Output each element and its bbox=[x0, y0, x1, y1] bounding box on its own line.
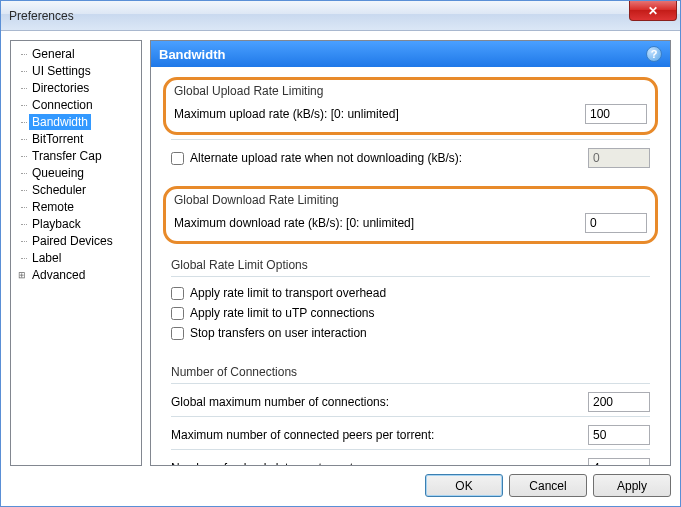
tree-item-label: Playback bbox=[29, 216, 84, 232]
tree-item-label: Scheduler bbox=[29, 182, 89, 198]
options-group: Global Rate Limit Options Apply rate lim… bbox=[163, 252, 658, 351]
tree-item-label: General bbox=[29, 46, 78, 62]
tree-expand-icon[interactable]: ⊞ bbox=[15, 270, 29, 280]
stop-label: Stop transfers on user interaction bbox=[190, 326, 367, 340]
max-upload-input[interactable] bbox=[585, 104, 647, 124]
tree-item-label: Label bbox=[29, 250, 64, 266]
global-connections-label: Global maximum number of connections: bbox=[171, 395, 588, 409]
overhead-label: Apply rate limit to transport overhead bbox=[190, 286, 386, 300]
download-group: Global Download Rate Limiting Maximum do… bbox=[163, 186, 658, 244]
utp-label: Apply rate limit to uTP connections bbox=[190, 306, 375, 320]
max-download-input[interactable] bbox=[585, 213, 647, 233]
options-group-title: Global Rate Limit Options bbox=[171, 258, 650, 272]
tree-item-general[interactable]: General bbox=[13, 45, 139, 62]
max-upload-label: Maximum upload rate (kB/s): [0: unlimite… bbox=[174, 107, 585, 121]
help-icon[interactable]: ? bbox=[646, 46, 662, 62]
close-icon: ✕ bbox=[648, 4, 658, 18]
close-button[interactable]: ✕ bbox=[629, 1, 677, 21]
apply-button[interactable]: Apply bbox=[593, 474, 671, 497]
connections-group: Number of Connections Global maximum num… bbox=[163, 359, 658, 465]
peers-input[interactable] bbox=[588, 425, 650, 445]
tree-item-remote[interactable]: Remote bbox=[13, 198, 139, 215]
overhead-checkbox[interactable] bbox=[171, 287, 184, 300]
alt-upload-checkbox[interactable] bbox=[171, 152, 184, 165]
window-title: Preferences bbox=[9, 9, 74, 23]
dialog-buttons: OK Cancel Apply bbox=[10, 466, 671, 497]
tree-item-label: UI Settings bbox=[29, 63, 94, 79]
tree-item-directories[interactable]: Directories bbox=[13, 79, 139, 96]
upload-group: Global Upload Rate Limiting Maximum uplo… bbox=[163, 77, 658, 135]
tree-item-bandwidth[interactable]: Bandwidth bbox=[13, 113, 139, 130]
ok-button[interactable]: OK bbox=[425, 474, 503, 497]
tree-item-advanced[interactable]: ⊞Advanced bbox=[13, 266, 139, 283]
tree-item-label: Bandwidth bbox=[29, 114, 91, 130]
category-tree[interactable]: GeneralUI SettingsDirectoriesConnectionB… bbox=[10, 40, 142, 466]
max-download-label: Maximum download rate (kB/s): [0: unlimi… bbox=[174, 216, 585, 230]
tree-item-label: Remote bbox=[29, 199, 77, 215]
tree-item-label: Paired Devices bbox=[29, 233, 116, 249]
tree-item-playback[interactable]: Playback bbox=[13, 215, 139, 232]
peers-label: Maximum number of connected peers per to… bbox=[171, 428, 588, 442]
alt-upload-group: Alternate upload rate when not downloadi… bbox=[163, 139, 658, 178]
tree-item-label: BitTorrent bbox=[29, 131, 86, 147]
tree-item-label[interactable]: Label bbox=[13, 249, 139, 266]
panel-title: Bandwidth bbox=[159, 47, 225, 62]
utp-checkbox[interactable] bbox=[171, 307, 184, 320]
tree-item-ui-settings[interactable]: UI Settings bbox=[13, 62, 139, 79]
panel-body: Global Upload Rate Limiting Maximum uplo… bbox=[151, 67, 670, 465]
tree-item-connection[interactable]: Connection bbox=[13, 96, 139, 113]
alt-upload-label: Alternate upload rate when not downloadi… bbox=[190, 151, 462, 165]
settings-panel: Bandwidth ? Global Upload Rate Limiting … bbox=[150, 40, 671, 466]
tree-item-label: Directories bbox=[29, 80, 92, 96]
global-connections-input[interactable] bbox=[588, 392, 650, 412]
download-group-title: Global Download Rate Limiting bbox=[174, 193, 647, 207]
upload-group-title: Global Upload Rate Limiting bbox=[174, 84, 647, 98]
tree-item-label: Transfer Cap bbox=[29, 148, 105, 164]
tree-item-bittorrent[interactable]: BitTorrent bbox=[13, 130, 139, 147]
tree-item-queueing[interactable]: Queueing bbox=[13, 164, 139, 181]
slots-label: Number of upload slots per torrent: bbox=[171, 461, 588, 465]
tree-item-scheduler[interactable]: Scheduler bbox=[13, 181, 139, 198]
tree-item-label: Queueing bbox=[29, 165, 87, 181]
alt-upload-input bbox=[588, 148, 650, 168]
slots-input[interactable] bbox=[588, 458, 650, 465]
tree-item-label: Connection bbox=[29, 97, 96, 113]
stop-checkbox[interactable] bbox=[171, 327, 184, 340]
tree-item-paired-devices[interactable]: Paired Devices bbox=[13, 232, 139, 249]
tree-item-label: Advanced bbox=[29, 267, 88, 283]
titlebar: Preferences ✕ bbox=[1, 1, 680, 31]
cancel-button[interactable]: Cancel bbox=[509, 474, 587, 497]
tree-item-transfer-cap[interactable]: Transfer Cap bbox=[13, 147, 139, 164]
connections-group-title: Number of Connections bbox=[171, 365, 650, 379]
panel-header: Bandwidth ? bbox=[151, 41, 670, 67]
